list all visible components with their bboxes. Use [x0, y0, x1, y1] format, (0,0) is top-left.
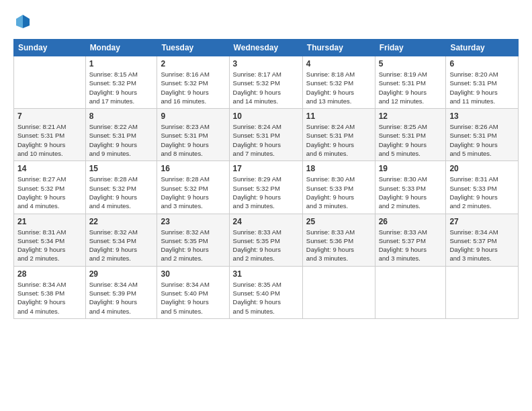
day-cell: 2Sunrise: 8:16 AM Sunset: 5:32 PM Daylig… [157, 56, 229, 109]
day-number: 18 [306, 164, 371, 173]
day-info: Sunrise: 8:32 AM Sunset: 5:34 PM Dayligh… [89, 228, 154, 263]
calendar: SundayMondayTuesdayWednesdayThursdayFrid… [13, 39, 519, 319]
day-cell: 8Sunrise: 8:22 AM Sunset: 5:31 PM Daylig… [85, 109, 157, 161]
day-info: Sunrise: 8:29 AM Sunset: 5:32 PM Dayligh… [233, 175, 299, 210]
day-cell: 4Sunrise: 8:18 AM Sunset: 5:32 PM Daylig… [302, 56, 375, 109]
day-number: 16 [161, 164, 225, 173]
day-number: 31 [233, 269, 299, 279]
day-info: Sunrise: 8:31 AM Sunset: 5:34 PM Dayligh… [17, 228, 82, 263]
svg-marker-0 [23, 15, 30, 28]
day-info: Sunrise: 8:33 AM Sunset: 5:35 PM Dayligh… [233, 228, 299, 263]
weekday-header-thursday: Thursday [302, 40, 375, 56]
day-number: 11 [306, 111, 371, 121]
day-cell [375, 266, 446, 318]
day-info: Sunrise: 8:31 AM Sunset: 5:33 PM Dayligh… [449, 175, 515, 210]
day-info: Sunrise: 8:30 AM Sunset: 5:33 PM Dayligh… [379, 175, 443, 210]
day-cell: 3Sunrise: 8:17 AM Sunset: 5:32 PM Daylig… [229, 56, 302, 109]
day-number: 5 [379, 59, 443, 68]
day-cell: 18Sunrise: 8:30 AM Sunset: 5:33 PM Dayli… [302, 161, 375, 214]
day-number: 19 [379, 164, 443, 173]
day-cell: 26Sunrise: 8:33 AM Sunset: 5:37 PM Dayli… [375, 214, 446, 266]
day-info: Sunrise: 8:20 AM Sunset: 5:31 PM Dayligh… [449, 70, 515, 105]
day-cell: 30Sunrise: 8:34 AM Sunset: 5:40 PM Dayli… [157, 266, 229, 318]
day-number: 1 [89, 59, 154, 68]
day-cell: 16Sunrise: 8:28 AM Sunset: 5:32 PM Dayli… [157, 161, 229, 214]
day-cell: 17Sunrise: 8:29 AM Sunset: 5:32 PM Dayli… [229, 161, 302, 214]
day-cell: 20Sunrise: 8:31 AM Sunset: 5:33 PM Dayli… [446, 161, 519, 214]
day-number: 14 [17, 164, 82, 173]
day-number: 20 [449, 164, 515, 173]
day-cell: 21Sunrise: 8:31 AM Sunset: 5:34 PM Dayli… [14, 214, 86, 266]
day-info: Sunrise: 8:28 AM Sunset: 5:32 PM Dayligh… [161, 175, 225, 210]
day-cell: 19Sunrise: 8:30 AM Sunset: 5:33 PM Dayli… [375, 161, 446, 214]
day-number: 13 [449, 111, 515, 121]
day-number: 26 [379, 217, 443, 226]
day-info: Sunrise: 8:33 AM Sunset: 5:36 PM Dayligh… [306, 228, 371, 263]
day-number: 28 [17, 269, 82, 279]
day-number: 4 [306, 59, 371, 68]
day-cell: 31Sunrise: 8:35 AM Sunset: 5:40 PM Dayli… [229, 266, 302, 318]
weekday-header-wednesday: Wednesday [229, 40, 302, 56]
day-cell: 9Sunrise: 8:23 AM Sunset: 5:31 PM Daylig… [157, 109, 229, 161]
day-number: 7 [17, 111, 82, 121]
logo [13, 12, 35, 31]
day-info: Sunrise: 8:23 AM Sunset: 5:31 PM Dayligh… [161, 122, 225, 158]
day-number: 23 [161, 217, 225, 226]
day-info: Sunrise: 8:27 AM Sunset: 5:32 PM Dayligh… [17, 175, 82, 210]
day-cell: 14Sunrise: 8:27 AM Sunset: 5:32 PM Dayli… [14, 161, 86, 214]
day-info: Sunrise: 8:34 AM Sunset: 5:39 PM Dayligh… [89, 280, 154, 316]
day-number: 10 [233, 111, 299, 121]
day-info: Sunrise: 8:25 AM Sunset: 5:31 PM Dayligh… [379, 122, 443, 158]
week-row-2: 14Sunrise: 8:27 AM Sunset: 5:32 PM Dayli… [14, 161, 519, 214]
day-cell: 1Sunrise: 8:15 AM Sunset: 5:32 PM Daylig… [85, 56, 157, 109]
day-cell: 5Sunrise: 8:19 AM Sunset: 5:31 PM Daylig… [375, 56, 446, 109]
day-info: Sunrise: 8:24 AM Sunset: 5:31 PM Dayligh… [306, 122, 371, 158]
day-cell: 25Sunrise: 8:33 AM Sunset: 5:36 PM Dayli… [302, 214, 375, 266]
day-number: 12 [379, 111, 443, 121]
weekday-header-friday: Friday [375, 40, 446, 56]
week-row-4: 28Sunrise: 8:34 AM Sunset: 5:38 PM Dayli… [14, 266, 519, 318]
day-number: 17 [233, 164, 299, 173]
day-number: 3 [233, 59, 299, 68]
day-number: 27 [449, 217, 515, 226]
svg-marker-1 [16, 15, 23, 28]
day-info: Sunrise: 8:15 AM Sunset: 5:32 PM Dayligh… [89, 70, 154, 105]
day-info: Sunrise: 8:21 AM Sunset: 5:31 PM Dayligh… [17, 122, 82, 158]
day-number: 24 [233, 217, 299, 226]
day-info: Sunrise: 8:17 AM Sunset: 5:32 PM Dayligh… [233, 70, 299, 105]
weekday-header-monday: Monday [85, 40, 157, 56]
day-cell: 12Sunrise: 8:25 AM Sunset: 5:31 PM Dayli… [375, 109, 446, 161]
day-cell: 23Sunrise: 8:32 AM Sunset: 5:35 PM Dayli… [157, 214, 229, 266]
day-info: Sunrise: 8:34 AM Sunset: 5:40 PM Dayligh… [161, 280, 225, 316]
day-info: Sunrise: 8:35 AM Sunset: 5:40 PM Dayligh… [233, 280, 299, 316]
page: SundayMondayTuesdayWednesdayThursdayFrid… [0, 0, 532, 411]
day-cell: 15Sunrise: 8:28 AM Sunset: 5:32 PM Dayli… [85, 161, 157, 214]
day-info: Sunrise: 8:33 AM Sunset: 5:37 PM Dayligh… [379, 228, 443, 263]
day-number: 22 [89, 217, 154, 226]
day-cell: 24Sunrise: 8:33 AM Sunset: 5:35 PM Dayli… [229, 214, 302, 266]
day-cell: 10Sunrise: 8:24 AM Sunset: 5:31 PM Dayli… [229, 109, 302, 161]
day-number: 8 [89, 111, 154, 121]
day-cell: 6Sunrise: 8:20 AM Sunset: 5:31 PM Daylig… [446, 56, 519, 109]
day-info: Sunrise: 8:34 AM Sunset: 5:38 PM Dayligh… [17, 280, 82, 316]
header [13, 12, 519, 31]
day-info: Sunrise: 8:19 AM Sunset: 5:31 PM Dayligh… [379, 70, 443, 105]
day-number: 2 [161, 59, 225, 68]
day-cell [302, 266, 375, 318]
day-info: Sunrise: 8:22 AM Sunset: 5:31 PM Dayligh… [89, 122, 154, 158]
day-cell: 11Sunrise: 8:24 AM Sunset: 5:31 PM Dayli… [302, 109, 375, 161]
day-cell: 29Sunrise: 8:34 AM Sunset: 5:39 PM Dayli… [85, 266, 157, 318]
day-number: 25 [306, 217, 371, 226]
day-cell [446, 266, 519, 318]
day-info: Sunrise: 8:28 AM Sunset: 5:32 PM Dayligh… [89, 175, 154, 210]
day-number: 9 [161, 111, 225, 121]
day-info: Sunrise: 8:18 AM Sunset: 5:32 PM Dayligh… [306, 70, 371, 105]
week-row-3: 21Sunrise: 8:31 AM Sunset: 5:34 PM Dayli… [14, 214, 519, 266]
weekday-header-row: SundayMondayTuesdayWednesdayThursdayFrid… [14, 40, 519, 56]
day-info: Sunrise: 8:26 AM Sunset: 5:31 PM Dayligh… [449, 122, 515, 158]
day-cell: 27Sunrise: 8:34 AM Sunset: 5:37 PM Dayli… [446, 214, 519, 266]
week-row-0: 1Sunrise: 8:15 AM Sunset: 5:32 PM Daylig… [14, 56, 519, 109]
day-number: 21 [17, 217, 82, 226]
logo-icon [13, 12, 32, 31]
weekday-header-sunday: Sunday [14, 40, 86, 56]
